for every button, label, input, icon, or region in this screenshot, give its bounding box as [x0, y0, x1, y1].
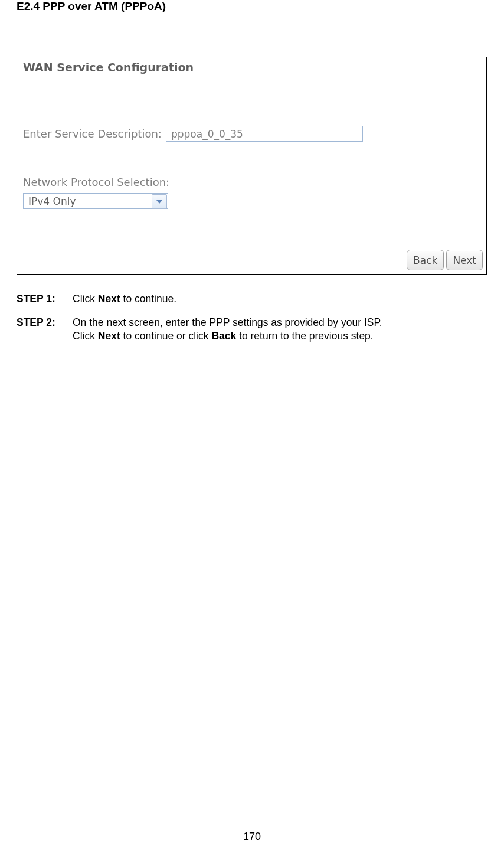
step-1-text-pre: Click — [73, 293, 98, 305]
step-1-text-bold: Next — [98, 293, 120, 305]
chevron-down-icon[interactable] — [152, 194, 167, 209]
step-2-text-b2: Back — [211, 330, 236, 342]
step-1-body: Click Next to continue. — [73, 292, 487, 306]
step-1: STEP 1: Click Next to continue. — [17, 292, 487, 306]
network-protocol-select[interactable]: IPv4 Only — [23, 193, 168, 209]
section-heading: E2.4 PPP over ATM (PPPoA) — [17, 0, 487, 13]
wan-service-panel: WAN Service Configuration Enter Service … — [17, 57, 487, 275]
next-button[interactable]: Next — [446, 250, 483, 270]
back-button[interactable]: Back — [407, 250, 444, 270]
page-number: 170 — [0, 831, 504, 843]
step-1-text-post: to continue. — [120, 293, 176, 305]
step-2-text-pre: Click — [73, 330, 98, 342]
step-1-label: STEP 1: — [17, 292, 73, 306]
step-2-text-mid: to continue or click — [120, 330, 212, 342]
step-2-text-post: to return to the previous step. — [236, 330, 374, 342]
step-2-text-b1: Next — [98, 330, 120, 342]
step-2-body: On the next screen, enter the PPP settin… — [73, 316, 487, 344]
network-protocol-label: Network Protocol Selection: — [23, 176, 169, 188]
network-protocol-value: IPv4 Only — [28, 195, 76, 207]
step-2: STEP 2: On the next screen, enter the PP… — [17, 316, 487, 344]
service-description-label: Enter Service Description: — [23, 128, 162, 140]
panel-title: WAN Service Configuration — [23, 61, 486, 74]
step-2-label: STEP 2: — [17, 316, 73, 344]
step-2-line1: On the next screen, enter the PPP settin… — [73, 316, 382, 328]
service-description-input[interactable] — [166, 126, 363, 142]
steps-list: STEP 1: Click Next to continue. STEP 2: … — [17, 292, 487, 344]
